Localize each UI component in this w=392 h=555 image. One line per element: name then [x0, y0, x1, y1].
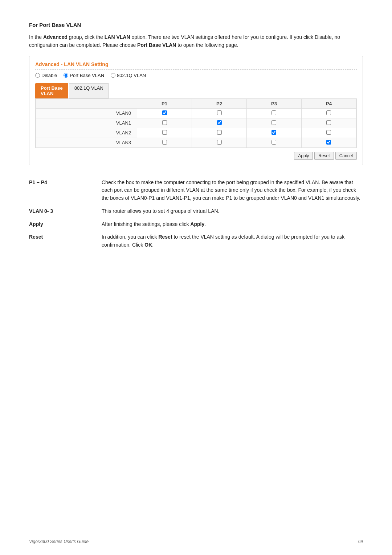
- checkbox-VLAN0-p3[interactable]: [271, 110, 276, 115]
- footer-right: 69: [358, 539, 363, 544]
- page-footer: Vigor3300 Series User's Guide 69: [0, 539, 392, 544]
- vlan-label-1: VLAN1: [36, 118, 137, 128]
- desc-term-1: VLAN 0- 3: [29, 205, 102, 218]
- table-row: VLAN1: [36, 118, 356, 128]
- checkbox-VLAN1-p1[interactable]: [162, 120, 167, 125]
- checkbox-VLAN2-p2[interactable]: [217, 130, 222, 135]
- checkbox-VLAN1-p2[interactable]: [217, 120, 222, 125]
- col-header-p1: P1: [137, 99, 192, 108]
- vlan-cell-2-p2[interactable]: [192, 128, 247, 138]
- apply-button[interactable]: Apply: [294, 152, 313, 160]
- checkbox-VLAN3-p4[interactable]: [326, 140, 331, 145]
- desc-def-3: In addition, you can click Reset to rese…: [102, 231, 363, 251]
- col-header-p4: P4: [301, 99, 356, 108]
- radio-row: Disable Port Base VLAN 802.1Q VLAN: [35, 73, 357, 78]
- vlan-cell-0-p2[interactable]: [192, 108, 247, 118]
- panel-title: Advanced - LAN VLAN Setting: [35, 61, 357, 70]
- table-header-row: P1 P2 P3 P4: [36, 99, 356, 108]
- vlan-table: P1 P2 P3 P4 VLAN0VLAN1VLAN2VLAN3: [36, 99, 356, 148]
- checkbox-VLAN0-p1[interactable]: [162, 110, 167, 115]
- intro-text: In the Advanced group, click the LAN VLA…: [29, 33, 363, 49]
- radio-8021q-input[interactable]: [111, 73, 115, 78]
- vlan-label-3: VLAN3: [36, 138, 137, 147]
- col-header-p2: P2: [192, 99, 247, 108]
- desc-row: VLAN 0- 3This router allows you to set 4…: [29, 205, 363, 218]
- vlan-label-0: VLAN0: [36, 108, 137, 118]
- checkbox-VLAN0-p4[interactable]: [326, 110, 331, 115]
- vlan-table-wrapper: P1 P2 P3 P4 VLAN0VLAN1VLAN2VLAN3: [35, 98, 357, 148]
- table-row: VLAN0: [36, 108, 356, 118]
- vlan-cell-3-p4[interactable]: [301, 138, 356, 147]
- checkbox-VLAN3-p2[interactable]: [217, 140, 222, 145]
- desc-term-2: Apply: [29, 218, 102, 231]
- checkbox-VLAN1-p4[interactable]: [326, 120, 331, 125]
- vlan-cell-0-p1[interactable]: [137, 108, 192, 118]
- checkbox-VLAN1-p3[interactable]: [271, 120, 276, 125]
- desc-def-1: This router allows you to set 4 groups o…: [102, 205, 363, 218]
- tabs-row: Port BaseVLAN 802.1Q VLAN: [35, 83, 357, 98]
- radio-disable-input[interactable]: [35, 73, 40, 78]
- table-row: VLAN3: [36, 138, 356, 147]
- radio-disable[interactable]: Disable: [35, 73, 57, 78]
- vlan-cell-0-p4[interactable]: [301, 108, 356, 118]
- checkbox-VLAN0-p2[interactable]: [217, 110, 222, 115]
- vlan-cell-1-p2[interactable]: [192, 118, 247, 128]
- desc-def-0: Check the box to make the computer conne…: [102, 176, 363, 205]
- footer-left: Vigor3300 Series User's Guide: [29, 539, 89, 544]
- action-buttons: Apply Reset Cancel: [35, 152, 357, 160]
- col-header-p3: P3: [247, 99, 302, 108]
- reset-button[interactable]: Reset: [314, 152, 334, 160]
- desc-row: ApplyAfter finishing the settings, pleas…: [29, 218, 363, 231]
- col-header-empty: [36, 99, 137, 108]
- radio-port-base[interactable]: Port Base VLAN: [64, 73, 104, 78]
- vlan-cell-2-p3[interactable]: [247, 128, 302, 138]
- table-row: VLAN2: [36, 128, 356, 138]
- tab-port-base-vlan[interactable]: Port BaseVLAN: [35, 83, 68, 98]
- cancel-button[interactable]: Cancel: [335, 152, 357, 160]
- vlan-label-2: VLAN2: [36, 128, 137, 138]
- vlan-cell-3-p3[interactable]: [247, 138, 302, 147]
- vlan-cell-1-p1[interactable]: [137, 118, 192, 128]
- desc-term-0: P1 – P4: [29, 176, 102, 205]
- checkbox-VLAN2-p3[interactable]: [271, 130, 276, 135]
- vlan-cell-2-p1[interactable]: [137, 128, 192, 138]
- desc-def-2: After finishing the settings, please cli…: [102, 218, 363, 231]
- desc-row: ResetIn addition, you can click Reset to…: [29, 231, 363, 251]
- radio-8021q[interactable]: 802.1Q VLAN: [111, 73, 146, 78]
- vlan-cell-1-p3[interactable]: [247, 118, 302, 128]
- vlan-cell-0-p3[interactable]: [247, 108, 302, 118]
- page-title: For Port Base VLAN: [29, 22, 363, 28]
- checkbox-VLAN2-p1[interactable]: [162, 130, 167, 135]
- tab-8021q-vlan[interactable]: 802.1Q VLAN: [69, 83, 109, 98]
- checkbox-VLAN2-p4[interactable]: [326, 130, 331, 135]
- vlan-cell-3-p1[interactable]: [137, 138, 192, 147]
- vlan-cell-3-p2[interactable]: [192, 138, 247, 147]
- description-table: P1 – P4Check the box to make the compute…: [29, 176, 363, 252]
- vlan-settings-panel: Advanced - LAN VLAN Setting Disable Port…: [29, 56, 363, 165]
- vlan-cell-1-p4[interactable]: [301, 118, 356, 128]
- desc-row: P1 – P4Check the box to make the compute…: [29, 176, 363, 205]
- checkbox-VLAN3-p1[interactable]: [162, 140, 167, 145]
- radio-port-base-input[interactable]: [64, 73, 68, 78]
- vlan-cell-2-p4[interactable]: [301, 128, 356, 138]
- desc-term-3: Reset: [29, 231, 102, 251]
- checkbox-VLAN3-p3[interactable]: [271, 140, 276, 145]
